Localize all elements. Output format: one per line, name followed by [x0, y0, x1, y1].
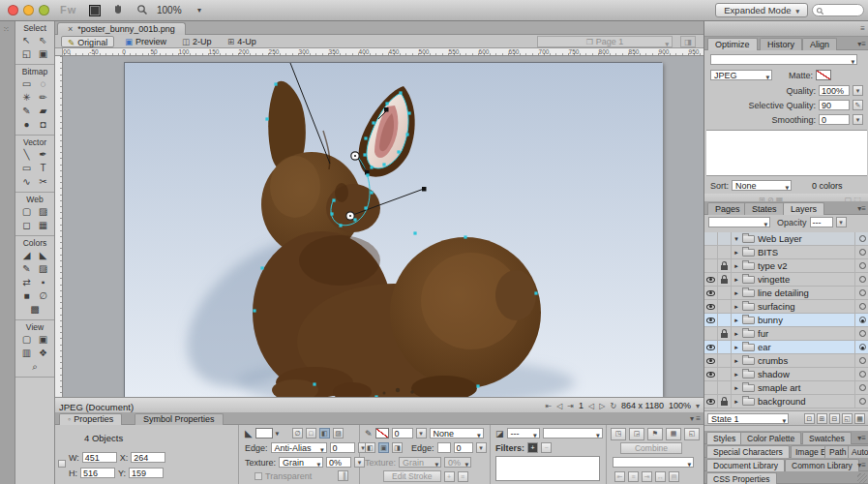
layer-visibility-cell[interactable]	[704, 341, 718, 354]
panel-menu-icon[interactable]: ▾≡	[857, 40, 866, 48]
transparent-checkbox[interactable]	[254, 472, 262, 480]
layer-row-line-detailing[interactable]: ▸line detailing	[704, 287, 868, 300]
width-field[interactable]: 451	[82, 452, 117, 463]
close-document-icon[interactable]: ×	[68, 24, 73, 34]
fullscreen-icon[interactable]: ▥	[18, 347, 35, 360]
stroke-edge-field[interactable]	[437, 442, 451, 453]
distribute-button[interactable]: ↔	[655, 471, 666, 482]
fill-extra-button[interactable]: ▐	[338, 470, 348, 481]
layer-radio-icon[interactable]	[859, 249, 866, 256]
layer-name[interactable]: fur	[758, 328, 854, 339]
opacity-select[interactable]: ---▾	[507, 428, 540, 439]
layer-select-cell[interactable]	[854, 368, 868, 381]
pointer-icon[interactable]: ↖	[18, 34, 35, 47]
layer-expand-icon[interactable]: ▸	[732, 303, 741, 311]
layer-lock-cell[interactable]	[718, 395, 732, 408]
canvas-viewport[interactable]	[63, 56, 703, 397]
tab-layers[interactable]: Layers	[783, 202, 824, 215]
blend-mode-select[interactable]: ▾	[543, 428, 603, 439]
layer-row-crumbs[interactable]: ▸crumbs	[704, 354, 868, 368]
eraser-icon[interactable]: ▰	[35, 105, 51, 118]
layer-visibility-cell[interactable]	[704, 273, 718, 287]
tab-color-palette[interactable]: Color Palette	[740, 432, 801, 444]
paint-bucket-icon[interactable]: ◣	[35, 249, 51, 262]
layer-row-type-v2[interactable]: ▸type v2	[704, 259, 868, 273]
tab-history[interactable]: History	[760, 38, 802, 50]
layer-expand-icon[interactable]: ▾	[732, 235, 741, 243]
layer-expand-icon[interactable]: ▸	[732, 398, 741, 406]
stroke-type-select[interactable]: None▾	[430, 428, 484, 439]
fill-texture-select[interactable]: Grain▾	[279, 457, 323, 468]
layer-visibility-cell[interactable]	[704, 368, 718, 381]
zoom-tool-icon[interactable]: ⌕	[27, 360, 44, 374]
layer-row-web-layer[interactable]: ▾Web Layer	[704, 232, 868, 246]
layer-name[interactable]: line detailing	[758, 287, 854, 298]
palette-icon[interactable]: ▩	[27, 303, 44, 317]
stroke-center-button[interactable]: ▣	[378, 442, 389, 453]
panel-menu-icon[interactable]: ▾≡	[857, 204, 866, 213]
layer-lock-cell[interactable]	[718, 354, 732, 368]
layer-name[interactable]: shadow	[758, 369, 854, 379]
layer-radio-icon[interactable]	[859, 317, 866, 323]
black-swatch-icon[interactable]: ■	[18, 289, 35, 303]
layer-radio-icon[interactable]	[859, 235, 866, 242]
slice-button[interactable]: ▦	[666, 428, 681, 440]
fill-gradient-button[interactable]: ◧	[319, 428, 330, 439]
tab-align[interactable]: Align	[802, 38, 837, 50]
marquee-icon[interactable]: ▭	[18, 77, 35, 91]
group-button[interactable]: ◲	[629, 428, 644, 440]
duplicate-layer-button[interactable]: ⊟	[829, 413, 840, 424]
status-zoom-level[interactable]: 100%	[669, 401, 691, 410]
minimize-window-button[interactable]	[23, 5, 34, 15]
layer-radio-icon[interactable]	[859, 289, 866, 296]
pencil-icon[interactable]: ✎	[18, 105, 35, 118]
layer-radio-icon[interactable]	[859, 344, 866, 350]
layer-name[interactable]: surfacing	[758, 301, 854, 312]
fill-edge-select[interactable]: Anti-Alias▾	[271, 442, 327, 453]
stroke-size-field[interactable]: 0	[392, 428, 413, 439]
layer-radio-icon[interactable]	[859, 330, 866, 337]
layer-expand-icon[interactable]: ▸	[732, 317, 741, 324]
format-select[interactable]: JPEG▾	[710, 70, 772, 80]
layer-visibility-cell[interactable]	[704, 381, 718, 395]
matte-color-swatch[interactable]	[816, 70, 831, 80]
layer-row-fur[interactable]: ▸fur	[704, 327, 868, 341]
fill-solid-button[interactable]: □	[306, 428, 316, 439]
layer-radio-icon[interactable]	[859, 303, 866, 310]
document-tab[interactable]: ×*poster_bunny_001b.png	[57, 22, 186, 35]
text-icon[interactable]: T	[35, 162, 51, 175]
remove-filter-button[interactable]: −	[541, 442, 552, 453]
layer-expand-icon[interactable]: ▸	[732, 357, 741, 365]
layer-row-bits[interactable]: ▸BITS	[704, 246, 868, 259]
layer-lock-cell[interactable]	[718, 341, 732, 354]
magnify-tool-icon[interactable]	[135, 4, 149, 17]
stroke-extra-button2[interactable]: ≡	[458, 471, 468, 482]
layer-name[interactable]: smaple art	[758, 382, 854, 393]
eyedropper-icon[interactable]: ◢	[18, 249, 35, 262]
lasso-icon[interactable]: ◌	[35, 77, 51, 91]
tab-swatches[interactable]: Swatches	[802, 432, 852, 444]
layer-opacity-field[interactable]: ---	[810, 217, 833, 227]
workspace-mode-button[interactable]: Expanded Mode▾	[715, 3, 808, 17]
layer-expand-icon[interactable]: ▸	[732, 262, 741, 270]
height-field[interactable]: 516	[80, 468, 115, 478]
combine-button[interactable]: Combine	[620, 442, 682, 454]
knife-icon[interactable]: ✂	[35, 175, 51, 189]
layer-row-smaple-art[interactable]: ▸smaple art	[704, 381, 868, 395]
layer-expand-icon[interactable]: ▸	[732, 330, 741, 338]
stroke-outside-button[interactable]: ◨	[392, 442, 403, 453]
chevron-down-icon[interactable]: ▾	[696, 402, 700, 410]
line-icon[interactable]: ╲	[18, 148, 35, 162]
layer-opacity-stepper[interactable]: ▾	[836, 217, 847, 227]
color-table[interactable]	[706, 130, 867, 176]
hand-tool-icon[interactable]	[111, 4, 125, 17]
space-button[interactable]: ▤	[669, 471, 679, 482]
no-color-icon[interactable]: ∅	[35, 289, 51, 303]
layer-name[interactable]: crumbs	[758, 355, 854, 366]
flag-button[interactable]: ⚑	[647, 428, 663, 440]
window-resize-grip[interactable]	[857, 473, 867, 483]
layer-lock-cell[interactable]	[718, 368, 732, 381]
panel-menu-icon[interactable]: ▾≡	[857, 434, 866, 442]
panel-menu-icon[interactable]: ▾ ≡	[690, 414, 701, 423]
optimize-preset-select[interactable]: ▾	[710, 54, 857, 65]
